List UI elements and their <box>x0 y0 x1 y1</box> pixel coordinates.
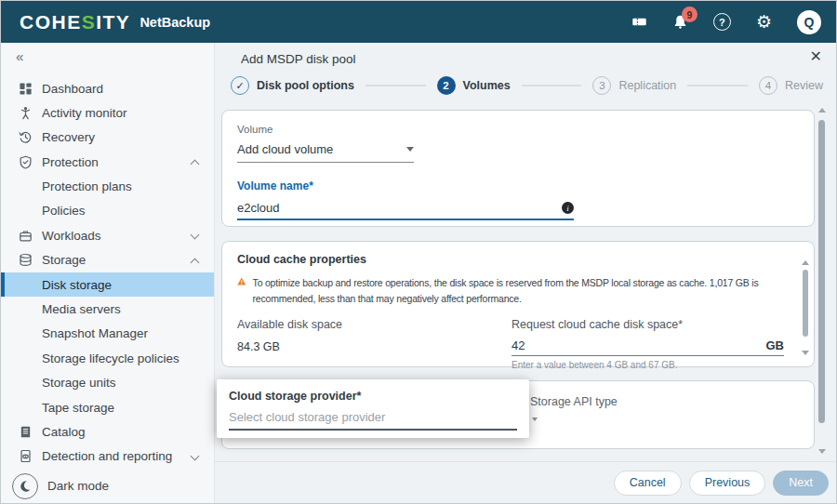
netbackup-window: COHESITY NetBackup 9 ? ⚙ Q « DashboardAc… <box>0 0 837 504</box>
sidebar-collapse-icon[interactable]: « <box>1 43 214 69</box>
available-disk-space: Available disk space 84.3 GB <box>237 318 512 370</box>
volume-select[interactable]: Add cloud volume <box>237 142 414 163</box>
sidebar-item-storage-lifecycle-policies[interactable]: Storage lifecycle policies <box>1 346 214 370</box>
sidebar-item-protection-plans[interactable]: Protection plans <box>1 174 214 198</box>
sidebar-item-label: Storage <box>42 253 86 267</box>
storage-api-type-label: Storage API type <box>530 395 618 408</box>
sidebar-item-disk-storage[interactable]: Disk storage <box>1 272 214 297</box>
sidebar-item-label: Tape storage <box>42 401 114 415</box>
workloads-icon <box>18 228 33 244</box>
request-label: Request cloud cache disk space* <box>512 318 784 331</box>
sidebar-item-tape-storage[interactable]: Tape storage <box>1 395 214 419</box>
scroll-down-icon[interactable] <box>818 449 826 454</box>
volume-name-label: Volume name* <box>237 179 799 192</box>
sidebar-item-label: Storage lifecycle policies <box>42 351 179 365</box>
cloud-storage-provider-spotlight: Cloud storage provider* Select cloud sto… <box>217 379 529 438</box>
sidebar-item-label: Recovery <box>42 130 95 144</box>
user-avatar[interactable]: Q <box>797 10 821 34</box>
cancel-button[interactable]: Cancel <box>614 471 682 496</box>
request-input[interactable]: 42 GB <box>512 338 784 356</box>
sidebar-item-policies[interactable]: Policies <box>1 199 214 223</box>
volume-name-input[interactable]: e2cloud i <box>237 201 574 220</box>
info-icon[interactable]: i <box>562 202 574 214</box>
product-name: NetBackup <box>140 15 210 30</box>
help-icon[interactable]: ? <box>713 13 731 31</box>
sidebar-item-label: Detection and reporting <box>42 449 172 463</box>
moon-icon <box>12 473 38 499</box>
step-number: 2 <box>437 76 456 95</box>
close-icon[interactable]: ✕ <box>810 49 822 64</box>
step-label: Volumes <box>463 79 511 92</box>
scroll-down-icon[interactable] <box>802 351 809 355</box>
volume-select-value: Add cloud volume <box>237 142 333 156</box>
scrollbar-thumb[interactable] <box>803 270 808 337</box>
sidebar-item-storage-units[interactable]: Storage units <box>1 371 214 395</box>
dialog-scrollbar[interactable] <box>817 108 826 454</box>
request-disk-space: Request cloud cache disk space* 42 GB En… <box>512 318 799 370</box>
provider-select[interactable]: Select cloud storage provider <box>229 410 517 424</box>
sidebar-item-label: Dashboard <box>42 82 103 96</box>
logo-green-s: S <box>82 11 97 33</box>
step-connector <box>522 85 582 86</box>
step-review[interactable]: 4Review <box>759 76 823 95</box>
previous-button[interactable]: Previous <box>689 471 766 496</box>
step-disk-pool-options[interactable]: ✓Disk pool options <box>231 76 354 95</box>
add-msdp-disk-pool-dialog: Add MSDP disk pool ✕ ✓Disk pool options2… <box>215 43 836 503</box>
sidebar-item-storage[interactable]: Storage <box>1 248 214 272</box>
step-check-icon: ✓ <box>231 76 249 95</box>
volume-panel: Volume Add cloud volume Volume name* e2c… <box>221 110 815 227</box>
dialog-footer: Cancel Previous Next <box>215 461 836 503</box>
sidebar-item-workloads[interactable]: Workloads <box>1 223 214 247</box>
step-label: Review <box>785 79 823 92</box>
detection-icon <box>18 448 33 464</box>
sidebar-item-label: Protection plans <box>42 179 132 193</box>
sidebar-item-label: Workloads <box>42 229 101 243</box>
sidebar-item-recovery[interactable]: Recovery <box>1 126 214 150</box>
volume-label: Volume <box>237 124 799 135</box>
sidebar-item-label: Disk storage <box>42 278 112 292</box>
chevron-down-icon <box>191 231 200 240</box>
sidebar: « DashboardActivity monitorRecoveryProte… <box>1 43 215 503</box>
protection-icon <box>18 154 33 170</box>
warning-text: To optimize backup and restore operation… <box>253 275 784 307</box>
license-ticket-icon[interactable] <box>631 14 647 30</box>
scrollbar-thumb[interactable] <box>818 120 825 423</box>
sidebar-item-snapshot-manager[interactable]: Snapshot Manager <box>1 322 214 346</box>
provider-label: Cloud storage provider* <box>229 390 517 403</box>
sidebar-item-label: Activity monitor <box>42 106 127 120</box>
step-volumes[interactable]: 2Volumes <box>437 76 511 95</box>
sidebar-item-activity-monitor[interactable]: Activity monitor <box>1 100 214 125</box>
step-connector <box>365 85 426 86</box>
sidebar-item-label: Media servers <box>42 302 121 316</box>
recovery-icon <box>18 129 33 145</box>
scroll-up-icon[interactable] <box>818 108 826 113</box>
chevron-up-icon <box>191 160 200 169</box>
cloud-cache-title: Cloud cache properties <box>237 253 799 266</box>
cache-warning: To optimize backup and restore operation… <box>237 275 799 307</box>
settings-gear-icon[interactable]: ⚙ <box>756 13 772 31</box>
scroll-up-icon[interactable] <box>802 260 809 265</box>
available-label: Available disk space <box>237 318 512 331</box>
notifications-bell-icon[interactable]: 9 <box>672 14 688 30</box>
request-value: 42 <box>512 338 766 352</box>
warning-icon <box>237 275 246 287</box>
next-button[interactable]: Next <box>773 471 829 496</box>
sidebar-item-protection[interactable]: Protection <box>1 150 214 174</box>
dashboard-icon <box>18 81 33 97</box>
dark-mode-toggle[interactable]: Dark mode <box>1 469 214 503</box>
chevron-down-icon[interactable] <box>532 418 538 421</box>
sidebar-item-label: Storage units <box>42 376 116 390</box>
sidebar-item-dashboard[interactable]: Dashboard <box>1 76 214 100</box>
sidebar-item-detection-and-reporting[interactable]: Detection and reporting <box>1 444 214 469</box>
sidebar-item-catalog[interactable]: Catalog <box>1 419 214 444</box>
logo-text: COHE <box>20 11 82 33</box>
step-replication[interactable]: 3Replication <box>592 76 676 95</box>
volume-name-value: e2cloud <box>237 201 280 215</box>
activity-icon <box>18 105 33 121</box>
step-connector <box>687 85 748 86</box>
wizard-stepper: ✓Disk pool options2Volumes3Replication4R… <box>231 76 823 95</box>
cohesity-logo: COHESITY <box>20 12 130 32</box>
sidebar-item-media-servers[interactable]: Media servers <box>1 297 214 321</box>
panel-scrollbar[interactable] <box>802 260 809 355</box>
provider-underline <box>229 429 517 431</box>
